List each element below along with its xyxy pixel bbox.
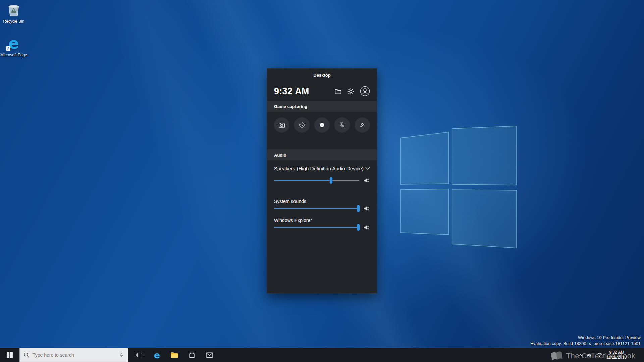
settings-button[interactable] [347, 88, 354, 95]
tray-date: 11/22/2018 [607, 355, 627, 360]
shortcut-arrow-icon [6, 46, 10, 51]
desktop-icon-recycle-bin[interactable]: Recycle Bin [0, 3, 28, 24]
search-magnifier-icon [24, 352, 29, 358]
broadcast-icon [359, 122, 366, 128]
game-bar-panel: Desktop 9:32 AM [267, 68, 377, 293]
captures-folder-button[interactable] [335, 88, 341, 94]
game-capturing-header: Game capturing [267, 101, 377, 112]
build-watermark-line1: Windows 10 Pro Insider Preview [530, 335, 641, 341]
audio-device-label: Speakers (High Definition Audio Device) [274, 166, 364, 171]
captures-folder-icon [335, 88, 341, 94]
start-recording-button[interactable] [314, 117, 330, 133]
speaker-volume-icon[interactable] [363, 225, 370, 230]
profile-avatar-icon [360, 86, 370, 96]
windows-start-icon [7, 352, 13, 358]
mail-icon [206, 352, 213, 358]
mixer-label: Windows Explorer [274, 217, 370, 223]
capture-buttons-row [267, 112, 377, 133]
audio-section-body: Speakers (High Definition Audio Device) [267, 160, 377, 231]
windows-explorer-volume-slider[interactable] [274, 224, 359, 231]
desktop-icon-microsoft-edge[interactable]: e Microsoft Edge [0, 35, 28, 57]
build-watermark-line2: Evaluation copy. Build 18290.rs_prerelea… [530, 341, 641, 347]
microphone-muted-icon [339, 122, 345, 128]
profile-button[interactable] [360, 86, 370, 96]
microphone-toggle-button[interactable] [334, 117, 350, 133]
tray-clock[interactable]: 9:32 AM 11/22/2018 [607, 350, 627, 360]
tray-network-button[interactable] [597, 353, 602, 357]
screenshot-button[interactable] [274, 117, 289, 133]
mail-button[interactable] [201, 348, 218, 362]
slider-fill [274, 208, 358, 209]
camera-screenshot-icon [278, 122, 285, 128]
audio-header-label: Audio [274, 153, 286, 158]
broadcast-button[interactable] [355, 117, 370, 133]
taskbar-apps: e [131, 348, 218, 362]
edge-taskbar-button[interactable]: e [148, 348, 166, 362]
store-icon [188, 351, 196, 359]
taskbar-search-box[interactable] [19, 348, 128, 362]
system-tray: 9:32 AM 11/22/2018 [578, 348, 644, 362]
audio-device-dropdown[interactable]: Speakers (High Definition Audio Device) [274, 164, 370, 172]
store-button[interactable] [183, 348, 201, 362]
search-input[interactable] [33, 352, 116, 358]
search-microphone-icon[interactable] [119, 352, 124, 358]
network-icon [597, 353, 602, 357]
speakers-volume-row [274, 177, 370, 184]
slider-fill [274, 180, 331, 181]
speakers-volume-slider[interactable] [274, 177, 359, 184]
speaker-volume-icon[interactable] [363, 178, 370, 183]
record-last-button[interactable] [294, 117, 310, 133]
slider-thumb[interactable] [357, 205, 360, 212]
system-sounds-volume-row [274, 205, 370, 212]
game-capturing-header-label: Game capturing [274, 104, 307, 109]
system-sounds-volume-slider[interactable] [274, 205, 359, 212]
tray-overflow-button[interactable] [578, 354, 582, 356]
taskbar: e [0, 348, 644, 362]
slider-fill [274, 227, 358, 228]
volume-icon [587, 353, 592, 358]
mixer-label: System sounds [274, 198, 370, 204]
edge-icon: e [154, 351, 160, 360]
slider-thumb[interactable] [357, 224, 360, 231]
chevron-up-icon [578, 354, 582, 356]
slider-thumb[interactable] [330, 177, 332, 184]
file-explorer-icon [170, 352, 178, 358]
settings-gear-icon [347, 88, 354, 95]
audio-header: Audio [267, 149, 377, 160]
edge-icon: e [6, 35, 22, 51]
file-explorer-button[interactable] [166, 348, 183, 362]
speaker-volume-icon[interactable] [363, 206, 370, 212]
windows-logo-watermark [399, 126, 519, 249]
tray-volume-button[interactable] [587, 353, 592, 358]
build-watermark: Windows 10 Pro Insider Preview Evaluatio… [530, 335, 641, 347]
record-last-icon [299, 122, 305, 128]
game-bar-title: Desktop [267, 69, 377, 81]
desktop-icon-label: Recycle Bin [3, 19, 24, 24]
record-dot-icon [320, 123, 324, 127]
desktop: Recycle Bin e Microsoft Edge Desktop 9:3… [0, 0, 644, 362]
game-bar-clock: 9:32 AM [274, 86, 335, 97]
task-view-icon [136, 351, 144, 359]
desktop-icon-label: Microsoft Edge [0, 53, 27, 57]
task-view-button[interactable] [131, 348, 148, 362]
windows-explorer-volume-row [274, 224, 370, 231]
start-button[interactable] [0, 348, 19, 362]
game-bar-header-row: 9:32 AM [267, 81, 377, 101]
tray-time: 9:32 AM [607, 350, 627, 355]
recycle-bin-icon [6, 3, 21, 17]
chevron-down-icon [365, 167, 370, 170]
